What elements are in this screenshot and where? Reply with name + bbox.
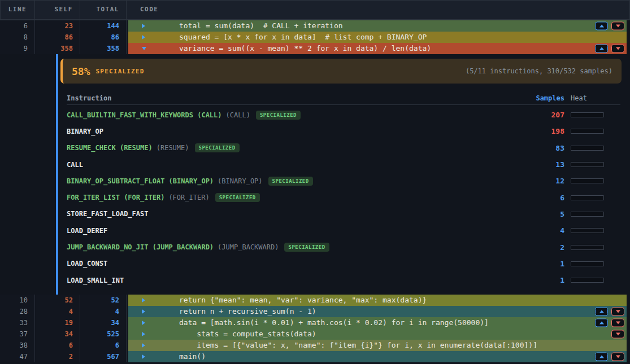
instruction-sample-count: 2 [502, 243, 564, 252]
specialized-badge: SPECIALIZED [284, 243, 329, 252]
code-row: 8 86 86 squared = [x * x for x in data] … [0, 32, 630, 43]
up-arrow-icon [599, 356, 604, 358]
self-samples: 52 [35, 295, 80, 306]
jump-down-button[interactable] [611, 330, 624, 339]
code-row: 38 6 6 items = [{"value": x, "name": f"i… [0, 340, 630, 351]
code-text: main() [179, 351, 206, 362]
line-number: 38 [0, 340, 35, 351]
expander-icon[interactable] [142, 35, 145, 40]
heat-cell [571, 245, 620, 250]
jump-down-button[interactable] [611, 319, 624, 327]
instruction-sample-count: 1 [502, 276, 564, 284]
instruction-name: STORE_FAST_LOAD_FAST [67, 210, 149, 218]
heat-bar [571, 245, 604, 250]
column-header-code[interactable]: CODE [127, 1, 629, 19]
code-row: 37 34 525 stats = compute_stats(data) [0, 328, 630, 340]
instruction-row: STORE_FAST_LOAD_FAST 5 [67, 206, 620, 222]
total-samples: 4 [80, 306, 127, 317]
instruction-sample-count: 1 [502, 260, 564, 268]
code-band[interactable]: items = [{"value": x, "name": f"item_{i}… [128, 340, 627, 351]
up-arrow-icon [599, 25, 604, 28]
column-header-heat[interactable]: Heat [571, 94, 620, 102]
expander-icon[interactable] [142, 321, 145, 325]
line-number: 28 [0, 306, 35, 317]
heat-bar [571, 278, 604, 283]
line-number: 37 [0, 328, 35, 340]
code-band[interactable]: main() [128, 351, 627, 362]
heat-bar [571, 129, 604, 134]
total-samples: 525 [80, 328, 127, 340]
heat-cell [571, 212, 620, 217]
code-text: stats = compute_stats(data) [179, 328, 316, 340]
jump-up-button[interactable] [595, 353, 608, 361]
code-text: variance = sum((x - mean) ** 2 for x in … [179, 43, 431, 54]
down-arrow-icon [616, 322, 620, 324]
instruction-name: LOAD_CONST [67, 260, 107, 267]
expander-icon[interactable] [142, 24, 145, 28]
expander-icon[interactable] [142, 343, 145, 348]
jump-up-button[interactable] [595, 319, 608, 327]
instruction-sample-count: 6 [502, 194, 564, 202]
specialized-label: SPECIALIZED [96, 68, 145, 75]
code-band[interactable]: return n + recursive_sum(n - 1) [128, 306, 627, 317]
instruction-name: CALL [67, 161, 83, 169]
jump-up-button[interactable] [595, 308, 608, 316]
instruction-base-opcode: (BINARY_OP) [218, 177, 262, 185]
expander-icon[interactable] [142, 47, 146, 50]
heat-bar [571, 178, 604, 183]
code-band[interactable]: squared = [x * x for x in data] # list c… [128, 32, 627, 43]
specialized-badge: SPECIALIZED [215, 193, 260, 202]
instruction-name: CALL_BUILTIN_FAST_WITH_KEYWORDS (CALL) [67, 111, 222, 119]
instruction-row: CALL 13 [67, 156, 620, 173]
heat-cell [571, 129, 620, 134]
code-row: 47 2 567 main() [0, 351, 630, 362]
self-samples: 6 [35, 340, 80, 351]
column-header-self[interactable]: SELF [35, 1, 80, 19]
jump-down-button[interactable] [611, 22, 624, 30]
specialized-badge: SPECIALIZED [256, 111, 301, 120]
heat-cell [571, 228, 620, 233]
heat-cell [571, 261, 620, 266]
expander-icon[interactable] [142, 298, 145, 302]
instruction-row: BINARY_OP_SUBTRACT_FLOAT (BINARY_OP) (BI… [67, 173, 620, 189]
expander-icon[interactable] [142, 309, 145, 314]
jump-down-button[interactable] [611, 45, 624, 53]
jump-down-button[interactable] [611, 308, 624, 316]
code-text: return n + recursive_sum(n - 1) [179, 306, 316, 317]
code-band[interactable]: data = [math.sin(i * 0.01) + math.cos(i … [128, 317, 627, 328]
code-row: 9 358 358 variance = sum((x - mean) ** 2… [0, 43, 630, 54]
nav-buttons [595, 308, 624, 316]
up-arrow-icon [599, 322, 604, 324]
instruction-rows: CALL_BUILTIN_FAST_WITH_KEYWORDS (CALL) (… [67, 105, 620, 288]
code-row: 33 19 34 data = [math.sin(i * 0.01) + ma… [0, 317, 630, 328]
heat-bar [571, 212, 604, 217]
column-header-instruction[interactable]: Instruction [67, 94, 502, 102]
code-band[interactable]: stats = compute_stats(data) [128, 328, 627, 340]
jump-up-button[interactable] [595, 22, 608, 30]
instruction-sample-count: 198 [502, 127, 564, 135]
nav-buttons [595, 22, 624, 30]
code-band[interactable]: total = sum(data) # CALL + iteration [128, 20, 627, 32]
jump-up-button[interactable] [595, 45, 608, 53]
instruction-sample-count: 5 [502, 210, 564, 218]
code-rows-bottom: 10 52 52 return {"mean": mean, "var": va… [0, 295, 630, 362]
column-header-total[interactable]: TOTAL [80, 1, 127, 19]
total-samples: 52 [80, 295, 127, 306]
expanded-panel: 58% SPECIALIZED (5/11 instructions, 310/… [0, 54, 630, 295]
jump-down-button[interactable] [611, 353, 624, 361]
total-samples: 86 [80, 32, 127, 43]
column-header-samples[interactable]: Samples [502, 94, 564, 102]
instruction-sample-count: 207 [502, 111, 564, 119]
line-number: 47 [0, 351, 35, 362]
expander-icon[interactable] [142, 332, 145, 336]
code-text: total = sum(data) # CALL + iteration [179, 20, 343, 32]
self-samples: 34 [35, 328, 80, 340]
code-band[interactable]: variance = sum((x - mean) ** 2 for x in … [128, 43, 627, 54]
self-samples: 23 [35, 20, 80, 32]
instruction-sample-count: 4 [502, 226, 564, 235]
instruction-name: BINARY_OP_SUBTRACT_FLOAT (BINARY_OP) [67, 177, 214, 185]
self-samples: 19 [35, 317, 80, 328]
code-band[interactable]: return {"mean": mean, "var": variance, "… [128, 295, 627, 306]
column-header-line[interactable]: LINE [1, 1, 35, 19]
expander-icon[interactable] [142, 354, 145, 359]
